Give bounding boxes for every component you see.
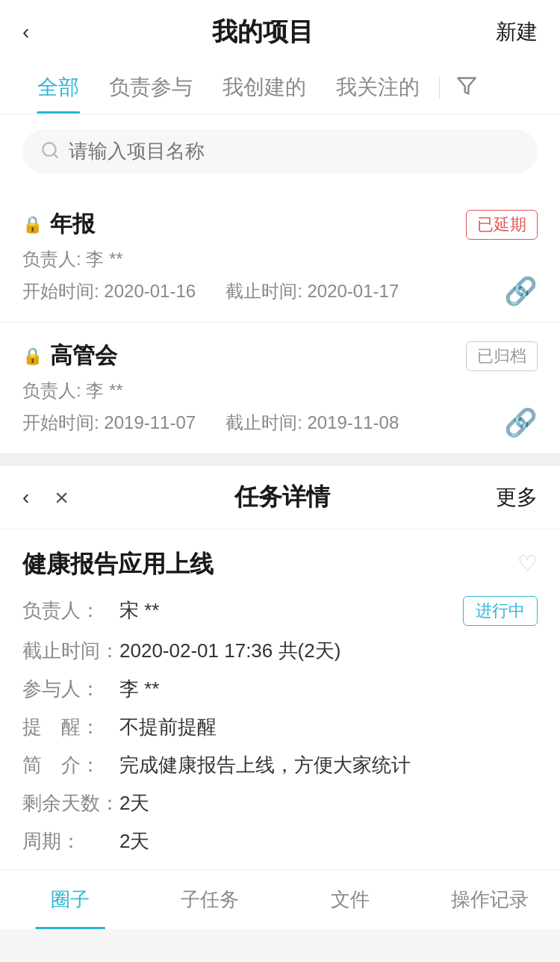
lock-icon-2: 🔒	[22, 347, 43, 366]
owner-value-row: 宋 ** 进行中	[119, 596, 538, 626]
tab-responsible[interactable]: 负责参与	[94, 61, 208, 114]
project-owner-1: 负责人: 李 **	[22, 247, 538, 271]
lock-icon-1: 🔒	[22, 215, 43, 235]
task-detail-header: ‹ × 任务详情 更多	[0, 466, 560, 530]
task-participants-row: 参与人： 李 **	[22, 676, 538, 702]
svg-marker-0	[458, 78, 475, 94]
task-back-button[interactable]: ‹	[22, 485, 29, 509]
section-divider	[0, 454, 560, 466]
task-bottom-tabs: 圈子 子任务 文件 操作记录	[0, 869, 560, 929]
remaining-label: 剩余天数：	[22, 790, 119, 816]
tab-log[interactable]: 操作记录	[420, 870, 561, 929]
task-detail-title: 任务详情	[69, 481, 496, 514]
task-intro-row: 简 介： 完成健康报告上线，方便大家统计	[22, 752, 538, 778]
tab-created[interactable]: 我创建的	[208, 61, 321, 114]
cycle-value: 2天	[119, 828, 538, 854]
project-header-2: 🔒 高管会 已归档	[22, 341, 538, 371]
task-cycle-row: 周期： 2天	[22, 828, 538, 854]
task-deadline-row: 截止时间： 2020-02-01 17:36 共(2天)	[22, 638, 538, 664]
task-detail-section: ‹ × 任务详情 更多 健康报告应用上线 ♡ 负责人： 宋 ** 进行中 截止时…	[0, 466, 560, 929]
search-input[interactable]	[69, 140, 520, 163]
task-more-button[interactable]: 更多	[496, 483, 538, 512]
tab-subtask[interactable]: 子任务	[140, 870, 281, 929]
reminder-label: 提 醒：	[22, 714, 119, 740]
cycle-label: 周期：	[22, 828, 119, 854]
project-title-row-1: 🔒 年报	[22, 209, 95, 240]
filter-button[interactable]	[444, 63, 485, 111]
projects-section: ‹ 我的项目 新建 全部 负责参与 我创建的 我关注的	[0, 0, 560, 454]
project-name-2: 高管会	[50, 341, 117, 371]
project-title-row-2: 🔒 高管会	[22, 341, 117, 371]
page-title: 我的项目	[212, 15, 314, 49]
project-badge-1: 已延期	[466, 210, 538, 240]
task-remaining-row: 剩余天数： 2天	[22, 790, 538, 816]
search-icon	[40, 140, 60, 163]
task-owner-row: 负责人： 宋 ** 进行中	[22, 596, 538, 626]
intro-label: 简 介：	[22, 752, 119, 778]
owner-value: 宋 **	[119, 598, 463, 624]
participants-value: 李 **	[119, 676, 538, 702]
task-title: 健康报告应用上线	[22, 547, 505, 581]
back-button[interactable]: ‹	[22, 20, 29, 44]
link-icon-2: 🔗	[504, 407, 538, 438]
project-name-1: 年报	[50, 209, 95, 240]
participants-label: 参与人：	[22, 676, 119, 702]
project-owner-2: 负责人: 李 **	[22, 379, 538, 403]
deadline-value: 2020-02-01 17:36 共(2天)	[119, 638, 538, 664]
tab-followed[interactable]: 我关注的	[321, 61, 435, 114]
project-dates-2: 开始时间: 2019-11-07 截止时间: 2019-11-08 🔗	[22, 407, 538, 438]
task-fields: 负责人： 宋 ** 进行中 截止时间： 2020-02-01 17:36 共(2…	[22, 596, 538, 854]
header: ‹ 我的项目 新建	[0, 0, 560, 61]
owner-label: 负责人：	[22, 598, 119, 624]
task-close-button[interactable]: ×	[55, 484, 69, 512]
task-reminder-row: 提 醒： 不提前提醒	[22, 714, 538, 740]
task-title-row: 健康报告应用上线 ♡	[22, 547, 538, 581]
project-item-1[interactable]: 🔒 年报 已延期 负责人: 李 ** 开始时间: 2020-01-16 截止时间…	[0, 191, 560, 323]
search-bar	[22, 129, 538, 173]
tab-circle[interactable]: 圈子	[0, 870, 140, 929]
remaining-value: 2天	[119, 790, 538, 816]
tab-all[interactable]: 全部	[22, 61, 94, 114]
project-list: 🔒 年报 已延期 负责人: 李 ** 开始时间: 2020-01-16 截止时间…	[0, 191, 560, 454]
task-content: 健康报告应用上线 ♡ 负责人： 宋 ** 进行中 截止时间： 2020-02-0…	[0, 530, 560, 854]
new-button[interactable]: 新建	[496, 18, 538, 46]
deadline-label: 截止时间：	[22, 638, 119, 664]
tab-file[interactable]: 文件	[280, 870, 420, 929]
project-dates-1: 开始时间: 2020-01-16 截止时间: 2020-01-17 🔗	[22, 276, 538, 307]
svg-line-2	[54, 154, 57, 158]
tab-divider	[439, 76, 440, 99]
link-icon-1: 🔗	[504, 276, 538, 307]
status-badge: 进行中	[463, 596, 538, 626]
project-badge-2: 已归档	[466, 341, 538, 371]
project-item-2[interactable]: 🔒 高管会 已归档 负责人: 李 ** 开始时间: 2019-11-07 截止时…	[0, 323, 560, 454]
intro-value: 完成健康报告上线，方便大家统计	[119, 752, 538, 778]
heart-icon[interactable]: ♡	[517, 550, 538, 577]
tabs-bar: 全部 负责参与 我创建的 我关注的	[0, 61, 560, 114]
reminder-value: 不提前提醒	[119, 714, 538, 740]
project-start-2: 开始时间: 2019-11-07 截止时间: 2019-11-08	[22, 411, 399, 435]
project-header-1: 🔒 年报 已延期	[22, 209, 538, 240]
project-start-1: 开始时间: 2020-01-16 截止时间: 2020-01-17	[22, 279, 399, 303]
